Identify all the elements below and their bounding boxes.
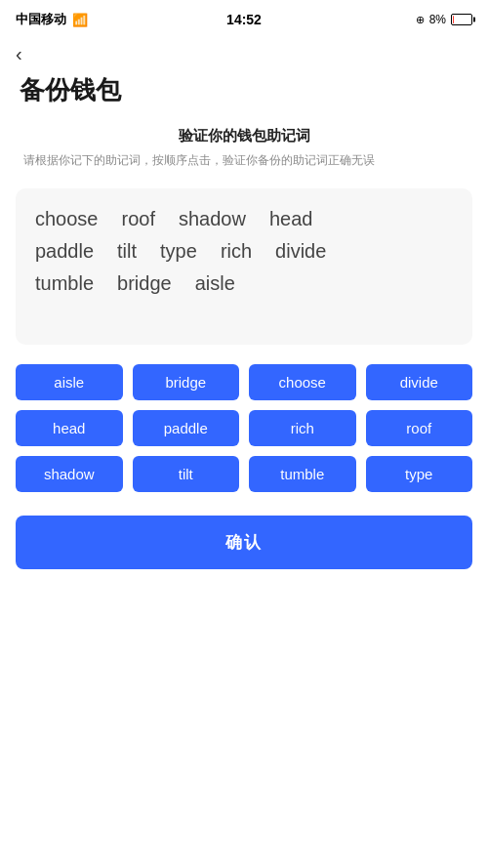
confirm-button[interactable]: 确认 xyxy=(16,516,472,569)
battery-icon xyxy=(451,14,472,25)
word-display-item: divide xyxy=(275,240,326,263)
word-display-item: type xyxy=(160,240,197,263)
word-display-item: head xyxy=(269,208,313,230)
word-display-item: tumble xyxy=(35,272,94,295)
word-button-head[interactable]: head xyxy=(16,410,123,446)
word-display-item: shadow xyxy=(179,208,246,230)
word-button-aisle[interactable]: aisle xyxy=(16,364,123,400)
location-icon: ⊕ xyxy=(416,14,425,26)
word-button-type[interactable]: type xyxy=(366,456,473,492)
word-button-choose[interactable]: choose xyxy=(249,364,356,400)
word-row-2: paddle tilt type rich divide xyxy=(35,240,453,263)
page-title: 备份钱包 xyxy=(0,69,488,127)
status-right-icons: ⊕ 8% xyxy=(416,13,472,26)
word-buttons-row-2: head paddle rich roof xyxy=(16,410,472,446)
status-bar: 中国移动 📶 14:52 ⊕ 8% xyxy=(0,0,488,35)
word-button-paddle[interactable]: paddle xyxy=(133,410,240,446)
back-chevron-icon: ‹ xyxy=(16,43,22,64)
verify-description: 请根据你记下的助记词，按顺序点击，验证你备份的助记词正确无误 xyxy=(20,151,468,169)
word-row-3: tumble bridge aisle xyxy=(35,272,453,295)
word-display-item: aisle xyxy=(195,272,235,295)
confirm-section: 确认 xyxy=(0,492,488,589)
word-display-box: choose roof shadow head paddle tilt type… xyxy=(16,188,472,345)
word-button-bridge[interactable]: bridge xyxy=(133,364,240,400)
word-button-shadow[interactable]: shadow xyxy=(16,456,123,492)
battery-percent: 8% xyxy=(429,13,446,26)
word-display-item: roof xyxy=(122,208,155,230)
word-display-item: tilt xyxy=(117,240,137,263)
carrier-signal: 中国移动 📶 xyxy=(16,11,88,28)
word-display-item: bridge xyxy=(117,272,172,295)
word-button-tumble[interactable]: tumble xyxy=(249,456,356,492)
word-button-rich[interactable]: rich xyxy=(249,410,356,446)
word-display-item: rich xyxy=(221,240,252,263)
word-buttons-row-3: shadow tilt tumble type xyxy=(16,456,472,492)
carrier-name: 中国移动 xyxy=(16,11,66,28)
word-display-item: paddle xyxy=(35,240,94,263)
word-display-item: choose xyxy=(35,208,99,230)
word-button-divide[interactable]: divide xyxy=(366,364,473,400)
word-button-tilt[interactable]: tilt xyxy=(133,456,240,492)
wifi-icon: 📶 xyxy=(72,13,88,27)
word-row-1: choose roof shadow head xyxy=(35,208,453,230)
word-buttons-row-1: aisle bridge choose divide xyxy=(16,364,472,400)
word-buttons-section: aisle bridge choose divide head paddle r… xyxy=(0,364,488,492)
verify-subtitle-section: 验证你的钱包助记词 请根据你记下的助记词，按顺序点击，验证你备份的助记词正确无误 xyxy=(0,127,488,177)
word-button-roof[interactable]: roof xyxy=(366,410,473,446)
verify-heading: 验证你的钱包助记词 xyxy=(20,127,468,145)
status-time: 14:52 xyxy=(226,12,262,27)
battery-fill xyxy=(453,16,454,23)
back-button[interactable]: ‹ xyxy=(0,35,488,69)
